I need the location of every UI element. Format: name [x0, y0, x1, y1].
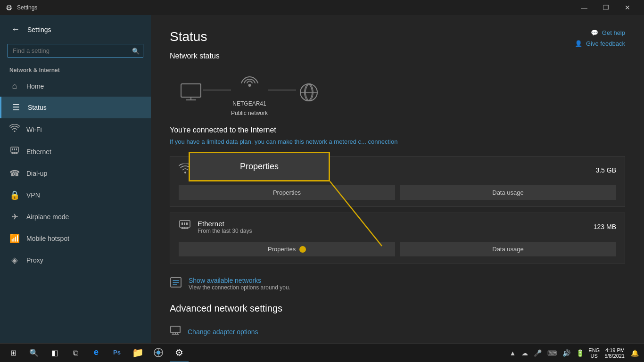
sidebar-item-home[interactable]: ⌂ Home [0, 75, 151, 97]
home-icon: ⌂ [9, 81, 20, 91]
search-button[interactable]: 🔍 [25, 344, 43, 362]
sidebar-item-dialup-label: Dial-up [26, 170, 47, 177]
change-adapter-item[interactable]: Change adapter options [170, 320, 625, 343]
dialup-icon: ☎ [9, 168, 20, 179]
settings-app[interactable]: ⚙ [170, 344, 189, 362]
chrome-app[interactable] [149, 344, 168, 362]
explorer-app[interactable]: 📁 [128, 344, 147, 362]
sidebar-item-status[interactable]: ☰ Status [0, 97, 151, 118]
ethernet-network-sub: From the last 30 days [198, 228, 252, 234]
vpn-icon: 🔒 [9, 190, 20, 200]
get-help-label: Get help [602, 29, 625, 36]
give-feedback-link[interactable]: 👤 Give feedback [575, 40, 625, 47]
ethernet-card-icon [179, 220, 191, 233]
title-bar-controls: — ❐ ✕ [573, 0, 638, 15]
taskbar-battery[interactable]: 🔋 [575, 349, 586, 357]
feedback-icon: 👤 [575, 40, 582, 47]
available-networks-sub: View the connection options around you. [189, 284, 290, 291]
get-help-link[interactable]: 💬 Get help [591, 29, 625, 36]
page-title: Status [170, 29, 625, 44]
edge-app[interactable]: e [87, 344, 106, 362]
taskbar: ⊞ 🔍 ◧ ⧉ e Ps 📁 ⚙ ▲ ☁ 🎤 ⌨ 🔊 🔋 ENGUS 4:19 … [0, 343, 644, 362]
svg-rect-4 [181, 84, 201, 97]
taskbar-mic[interactable]: 🎤 [532, 349, 543, 357]
sidebar-item-wifi-label: Wi-Fi [26, 126, 42, 133]
taskbar-keyboard[interactable]: ⌨ [546, 349, 558, 357]
sidebar-section-label: Network & Internet [0, 63, 151, 75]
sidebar-item-home-label: Home [26, 82, 44, 90]
advanced-settings-title: Advanced network settings [170, 303, 625, 314]
ethernet-icon [9, 146, 20, 157]
wifi-properties-button[interactable]: Properties [179, 185, 395, 200]
wifi-card-actions: Properties Data usage [179, 181, 616, 206]
title-bar: ⚙ Settings — ❐ ✕ [0, 0, 644, 15]
network-status-title: Network status [170, 52, 625, 60]
sidebar-item-proxy-label: Proxy [26, 256, 43, 264]
taskbar-language[interactable]: ENGUS [588, 347, 600, 359]
start-button[interactable]: ⊞ [4, 344, 23, 362]
wifi-usage: 3.5 GB [595, 166, 616, 174]
taskview-button[interactable]: ◧ [45, 344, 64, 362]
svg-rect-14 [171, 326, 180, 333]
adapter-icon [170, 325, 181, 338]
maximize-button[interactable]: ❐ [595, 0, 617, 15]
svg-rect-9 [182, 222, 183, 225]
taskbar-cloud[interactable]: ☁ [520, 349, 529, 357]
globe-icon [296, 82, 322, 107]
app-container: ← Settings 🔍 Network & Internet ⌂ Home ☰… [0, 15, 644, 343]
svg-rect-1 [12, 148, 13, 150]
ethernet-data-usage-button[interactable]: Data usage [400, 242, 616, 257]
svg-point-5 [248, 84, 251, 87]
ethernet-usage: 123 MB [594, 223, 616, 230]
proxy-icon: ◈ [9, 255, 20, 265]
taskbar-chevron[interactable]: ▲ [508, 349, 517, 357]
svg-rect-3 [16, 148, 17, 150]
sidebar-item-dialup[interactable]: ☎ Dial-up [0, 163, 151, 184]
ethernet-card-left: Ethernet From the last 30 days [179, 220, 252, 234]
network-diagram: NETGEAR41 Public network [170, 68, 625, 126]
ethernet-card: Ethernet From the last 30 days 123 MB Pr… [170, 213, 625, 264]
ethernet-properties-button[interactable]: Properties [179, 242, 395, 257]
ethernet-card-header: Ethernet From the last 30 days 123 MB [179, 220, 616, 234]
connected-sub: If you have a limited data plan, you can… [170, 137, 453, 147]
taskbar-time: 4:19 PM [605, 347, 625, 353]
sidebar-header: ← Settings [0, 15, 151, 40]
sidebar-item-ethernet[interactable]: Ethernet [0, 140, 151, 163]
close-button[interactable]: ✕ [617, 0, 638, 15]
photoshop-app[interactable]: Ps [107, 344, 126, 362]
back-button[interactable]: ← [9, 23, 22, 36]
sidebar-item-ethernet-label: Ethernet [26, 148, 51, 156]
help-links: 💬 Get help 👤 Give feedback [575, 29, 625, 47]
router-icon [237, 73, 263, 98]
metered-link[interactable]: connection [368, 138, 398, 145]
sidebar-item-proxy[interactable]: ◈ Proxy [0, 249, 151, 271]
wifi-data-usage-button[interactable]: Data usage [400, 185, 616, 200]
svg-rect-10 [184, 222, 185, 225]
sidebar-item-vpn[interactable]: 🔒 VPN [0, 184, 151, 206]
minimize-button[interactable]: — [573, 0, 595, 15]
status-icon: ☰ [11, 102, 21, 113]
taskbar-clock[interactable]: 4:19 PM 5/8/2021 [603, 347, 627, 359]
sidebar-item-hotspot-label: Mobile hotspot [26, 235, 69, 242]
properties-popup-box: Properties [189, 152, 330, 181]
sidebar-item-wifi[interactable]: Wi-Fi [0, 118, 151, 140]
computer-device [179, 83, 203, 106]
sidebar-item-hotspot[interactable]: 📶 Mobile hotspot [0, 228, 151, 249]
line-2 [268, 90, 296, 90]
yellow-dot-indicator [299, 246, 306, 253]
airplane-icon: ✈ [9, 212, 20, 222]
multitask-button[interactable]: ⧉ [66, 344, 85, 362]
get-help-icon: 💬 [591, 29, 598, 36]
available-networks-title: Show available networks [189, 277, 290, 284]
ethernet-network-name: Ethernet [198, 220, 252, 228]
search-input[interactable] [8, 44, 143, 58]
ethernet-card-actions: Properties Data usage [179, 237, 616, 263]
taskbar-notify[interactable]: 🔔 [629, 349, 640, 357]
network-name: NETGEAR41 [232, 100, 266, 107]
sidebar-item-status-label: Status [28, 104, 47, 111]
taskbar-volume[interactable]: 🔊 [561, 349, 572, 357]
properties-popup-button[interactable]: Properties [190, 153, 329, 180]
sidebar-item-airplane[interactable]: ✈ Airplane mode [0, 206, 151, 228]
available-networks-item[interactable]: Show available networks View the connect… [170, 269, 625, 298]
computer-icon [179, 83, 203, 106]
